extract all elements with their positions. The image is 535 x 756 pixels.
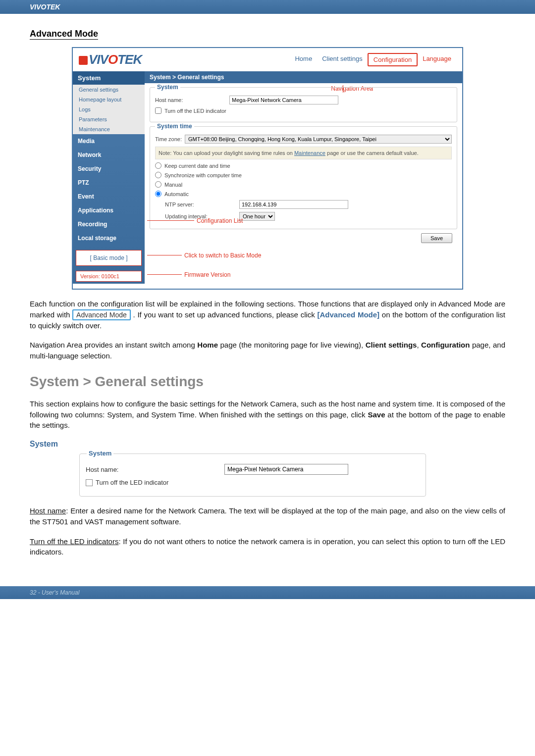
callout-firmware-version: Firmware Version xyxy=(184,271,230,278)
opt-manual-label: Manual xyxy=(164,182,182,188)
page-footer: 32 - User's Manual xyxy=(0,586,535,599)
sidebar-recording[interactable]: Recording xyxy=(73,217,145,231)
host-name-input[interactable] xyxy=(229,96,338,104)
sidebar-applications[interactable]: Applications xyxy=(73,203,145,217)
daylight-note: Note: You can upload your daylight savin… xyxy=(155,147,452,159)
callout-line-config xyxy=(147,220,194,221)
hostname-underline: Host name xyxy=(30,506,66,515)
nav-configuration[interactable]: Configuration xyxy=(368,53,418,66)
opt-keep-label: Keep current date and time xyxy=(164,163,230,169)
nav-home[interactable]: Home xyxy=(290,53,317,66)
advanced-mode-badge: Advanced Mode xyxy=(72,309,131,320)
sidebar-security[interactable]: Security xyxy=(73,162,145,176)
section-title: Advanced Mode xyxy=(30,29,98,40)
save-button[interactable]: Save xyxy=(421,233,452,243)
opt-sync-label: Synchronize with computer time xyxy=(164,172,242,178)
nav-area: Home Client settings Configuration Langu… xyxy=(290,53,456,66)
radio-automatic[interactable] xyxy=(155,191,161,197)
sidebar-local-storage[interactable]: Local storage xyxy=(73,231,145,245)
paragraph-led: Turn off the LED indicators: If you do n… xyxy=(30,536,505,558)
sidebar-system-header[interactable]: System xyxy=(73,71,145,85)
sidebar-homepage-layout[interactable]: Homepage layout xyxy=(73,95,145,104)
timezone-select[interactable]: GMT+08:00 Beijing, Chongqing, Hong Kong,… xyxy=(185,135,452,144)
mini-legend: System xyxy=(87,450,113,457)
system-fieldset: System Host name: Turn off the LED indic… xyxy=(150,87,457,122)
paragraph-hostname: Host name: Enter a desired name for the … xyxy=(30,505,505,527)
callout-config-list: Configuration List xyxy=(197,217,243,224)
system-mini-screenshot: System Host name: Turn off the LED indic… xyxy=(79,454,426,497)
sidebar-maintenance[interactable]: Maintenance xyxy=(73,124,145,134)
ntp-server-input[interactable] xyxy=(239,200,348,209)
timezone-label: Time zone: xyxy=(155,136,182,142)
led-label: Turn off the LED indicator xyxy=(164,108,226,114)
heading-system: System xyxy=(30,440,505,449)
sidebar-network[interactable]: Network xyxy=(73,148,145,162)
mini-led-checkbox[interactable] xyxy=(86,479,93,486)
maintenance-link[interactable]: Maintenance xyxy=(294,150,325,156)
sidebar-general-settings[interactable]: General settings xyxy=(73,85,145,95)
updating-interval-select[interactable]: One hour xyxy=(239,212,275,221)
mini-host-label: Host name: xyxy=(86,466,224,473)
advanced-mode-link-text: [Advanced Mode] xyxy=(318,310,380,319)
heading-system-general: System > General settings xyxy=(30,374,505,390)
callout-line-fw xyxy=(147,274,182,275)
paragraph-1: Each function on the configuration list … xyxy=(30,299,505,331)
sidebar-logs[interactable]: Logs xyxy=(73,104,145,114)
firmware-version: Version: 0100c1 xyxy=(76,271,142,282)
brand-label: VIVOTEK xyxy=(30,3,60,11)
radio-sync-computer[interactable] xyxy=(155,172,161,178)
host-name-label: Host name: xyxy=(155,97,229,103)
sidebar-ptz[interactable]: PTZ xyxy=(73,176,145,190)
system-legend: System xyxy=(155,84,180,91)
callout-line-switch xyxy=(147,255,182,255)
led-underline: Turn off the LED indicators xyxy=(30,537,118,546)
paragraph-3: This section explains how to configure t… xyxy=(30,399,505,431)
mini-led-label: Turn off the LED indicator xyxy=(96,479,168,486)
callout-switch-basic: Click to switch to Basic Mode xyxy=(184,252,261,259)
logo: VIVOTEK xyxy=(79,52,142,67)
paragraph-2: Navigation Area provides an instant swit… xyxy=(30,340,505,361)
sidebar-event[interactable]: Event xyxy=(73,190,145,203)
nav-client-settings[interactable]: Client settings xyxy=(317,53,368,66)
radio-manual[interactable] xyxy=(155,181,161,188)
mini-host-input[interactable] xyxy=(224,464,348,475)
ntp-label: NTP server: xyxy=(165,202,239,207)
radio-keep-current[interactable] xyxy=(155,162,161,169)
system-time-fieldset: System time Time zone: GMT+08:00 Beijing… xyxy=(150,126,457,229)
config-screenshot: VIVOTEK Home Client settings Configurati… xyxy=(72,47,463,290)
system-time-legend: System time xyxy=(155,123,194,130)
sidebar-media[interactable]: Media xyxy=(73,134,145,148)
led-checkbox[interactable] xyxy=(155,107,161,114)
basic-mode-button[interactable]: [ Basic mode ] xyxy=(76,250,142,266)
opt-auto-label: Automatic xyxy=(164,191,189,197)
doc-header: VIVOTEK xyxy=(0,0,535,14)
sidebar-parameters[interactable]: Parameters xyxy=(73,114,145,124)
breadcrumb: System > General settings xyxy=(145,71,462,83)
sidebar: System General settings Homepage layout … xyxy=(73,71,145,284)
nav-language[interactable]: Language xyxy=(418,53,456,66)
